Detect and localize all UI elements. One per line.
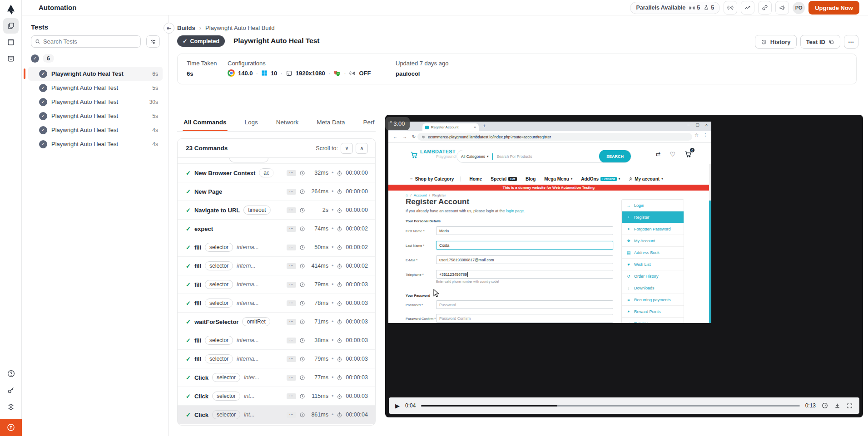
command-row[interactable]: ✓ Click selector inter... ⋯ 77ms • 00:00… (178, 368, 375, 387)
download-button[interactable] (834, 402, 841, 409)
command-row[interactable]: ✓ fill selector intern... ⋯ 414ms • 00:0… (178, 256, 375, 275)
video-player[interactable]: ˅ 3.00 Register Account × + – ▢ × ← → ↻ (385, 115, 863, 417)
sidebar-item-archive[interactable] (3, 51, 19, 66)
test-list-item[interactable]: ✓ Playwright Auto Heal Test 30s (28, 95, 163, 109)
window-controls: – ▢ × (687, 122, 708, 127)
tab[interactable]: Logs (244, 115, 259, 131)
command-more-icon[interactable]: ⋯ (287, 282, 296, 288)
command-tag: selector (205, 280, 233, 289)
field-input: +351123456789 (436, 270, 613, 279)
site-settings-icon (422, 135, 425, 139)
command-more-icon[interactable]: ⋯ (287, 375, 296, 381)
updated-label: Updated 7 days ago (396, 60, 448, 67)
test-list-item[interactable]: ✓ Playwright Auto Heal Test 6s (28, 67, 163, 81)
bookmark-star-icon: ☆ (694, 132, 699, 137)
test-list-item[interactable]: ✓ Playwright Auto Heal Test 4s (28, 123, 163, 137)
tab[interactable]: All Commands (183, 115, 228, 131)
command-check-icon: ✓ (186, 374, 191, 381)
browser-toolbar: ← → ↻ ecommerce-playground.lambdatest.io… (388, 131, 711, 143)
integrations-link-button[interactable] (758, 1, 772, 15)
tab[interactable]: Perf (362, 115, 376, 131)
command-row[interactable]: ✓ Click selector int... ⋯ 861ms • 00:00:… (178, 405, 375, 424)
tests-list: ✓ Playwright Auto Heal Test 6s ✓ Playwri… (22, 67, 169, 151)
group-count-badge: 6 (43, 54, 54, 63)
command-row[interactable]: ✓ New Browser Context ac ⋯ 32ms • 00:00:… (178, 163, 375, 182)
parallels-available-pill[interactable]: Parallels Available 5 5 (630, 2, 720, 14)
scroll-down-button[interactable]: ∨ (341, 143, 353, 154)
play-button[interactable]: ▶ (395, 402, 400, 409)
command-row[interactable]: ✓ Click selector int... ⋯ 115ms • 00:00:… (178, 387, 375, 405)
command-more-icon[interactable]: ⋯ (287, 189, 296, 195)
command-param: interna... (237, 337, 259, 343)
scroll-up-button[interactable]: ∧ (356, 143, 368, 154)
register-form: Register Account If you already have an … (406, 197, 619, 323)
video-controls[interactable]: ▶ 0:04 0:13 (389, 397, 859, 414)
menu-item-icon: ✶ (626, 309, 631, 314)
command-row[interactable]: ✓ fill selector interna... ⋯ 79ms • 00:0… (178, 349, 375, 368)
key-icon[interactable] (3, 382, 19, 398)
tests-search[interactable] (31, 35, 141, 48)
command-more-icon[interactable]: ⋯ (287, 393, 296, 399)
tab[interactable]: Network (275, 115, 300, 131)
command-more-icon[interactable]: ⋯ (287, 207, 296, 213)
command-more-icon[interactable]: ⋯ (287, 412, 296, 418)
collapse-panel-button[interactable]: ⇤ (164, 23, 174, 34)
upgrade-rocket-button[interactable] (0, 419, 22, 436)
insights-button[interactable] (741, 1, 754, 15)
test-id-button[interactable]: Test ID (800, 35, 840, 49)
sidebar-item-sessions[interactable] (3, 34, 19, 50)
command-row[interactable]: ✓ Navigate to URL timeout ⋯ 2s • 00:00:0… (178, 201, 375, 219)
tab[interactable]: Meta Data (316, 115, 346, 131)
realtime-testing-button[interactable] (724, 1, 737, 15)
command-more-icon[interactable]: ⋯ (287, 263, 296, 269)
lambdatest-logo-icon[interactable] (5, 4, 17, 15)
command-param: interna... (237, 300, 259, 306)
more-actions-button[interactable]: ⋯ (844, 35, 858, 49)
browser-tab: Register Account × (422, 123, 479, 131)
user-avatar[interactable]: PO (793, 2, 805, 14)
fullscreen-button[interactable] (846, 402, 853, 409)
test-group-row[interactable]: ✓ 6 (31, 54, 54, 63)
test-list-item[interactable]: ✓ Playwright Auto Heal Test 5s (28, 81, 163, 95)
command-more-icon[interactable]: ⋯ (287, 226, 296, 232)
clock-icon (299, 319, 305, 325)
command-row[interactable]: ✓ fill selector interna... ⋯ 79ms • 00:0… (178, 275, 375, 294)
command-more-icon[interactable]: ⋯ (287, 319, 296, 325)
playback-speed-badge[interactable]: ˅ 3.00 (385, 117, 410, 130)
integrations-icon[interactable] (3, 399, 19, 415)
menu-item-icon: ♥ (626, 262, 631, 267)
command-row[interactable]: ✓ fill selector interna... ⋯ 78ms • 00:0… (178, 294, 375, 312)
test-list-item[interactable]: ✓ Playwright Auto Heal Test 4s (28, 137, 163, 151)
command-more-icon[interactable]: ⋯ (287, 245, 296, 250)
url-bar: ecommerce-playground.lambdatest.io/index… (417, 133, 692, 141)
command-row[interactable]: ✓ expect ⋯ 74ms • 00:00:02 (178, 219, 375, 238)
command-more-icon[interactable]: ⋯ (287, 300, 296, 306)
command-row[interactable]: ✓ fill selector interna... ⋯ 38ms • 00:0… (178, 331, 375, 349)
group-status-icon: ✓ (31, 54, 39, 63)
upgrade-now-button[interactable]: Upgrade Now (808, 1, 859, 15)
command-more-icon[interactable]: ⋯ (287, 338, 296, 343)
breadcrumb-builds[interactable]: Builds (177, 24, 195, 31)
help-icon[interactable] (3, 366, 19, 381)
filter-button[interactable] (146, 35, 160, 48)
playback-rate-button[interactable] (821, 402, 828, 409)
sidebar-item-builds[interactable] (3, 18, 19, 34)
command-row[interactable]: ✓ fill selector interna... ⋯ 50ms • 00:0… (178, 238, 375, 256)
command-row[interactable]: ✓ New Page ⋯ 264ms • 00:00:00 (178, 182, 375, 201)
seek-bar[interactable] (421, 405, 799, 407)
total-time: 0:13 (805, 402, 816, 409)
command-timestamp: 00:00:03 (346, 374, 368, 381)
command-more-icon[interactable]: ⋯ (287, 170, 296, 176)
command-param: inter... (244, 374, 259, 381)
clock-icon (299, 189, 305, 195)
test-list-item[interactable]: ✓ Playwright Auto Heal Test 5s (28, 109, 163, 123)
command-name: New Browser Context (194, 170, 255, 176)
caret-down-icon: ▾ (571, 177, 573, 181)
history-button[interactable]: History (755, 35, 797, 49)
command-more-icon[interactable]: ⋯ (287, 356, 296, 362)
search-input[interactable] (43, 38, 137, 45)
announcements-button[interactable] (775, 1, 789, 15)
account-menu-item: ↓ Downloads (622, 282, 684, 294)
command-row[interactable]: ✓ waitForSelector omitRet ⋯ 71ms • 00:00… (178, 312, 375, 331)
page-title: Automation (39, 4, 76, 11)
